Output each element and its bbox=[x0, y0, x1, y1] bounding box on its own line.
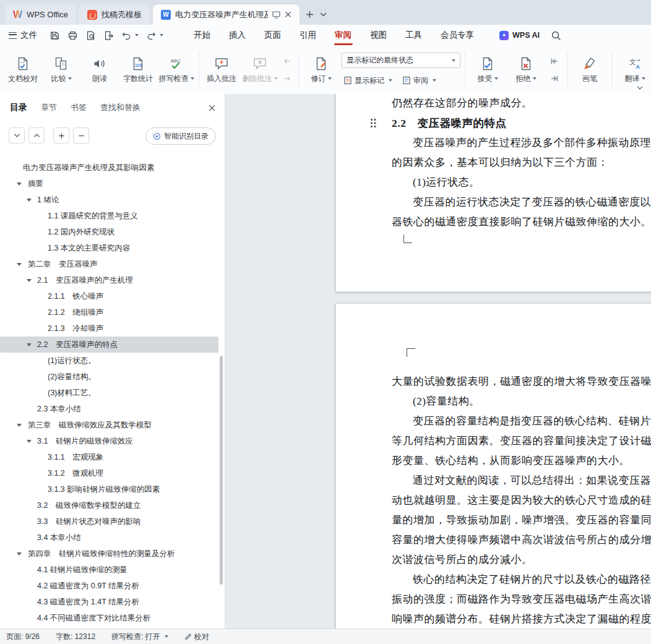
undo-icon[interactable] bbox=[121, 30, 139, 41]
toc-item[interactable]: 3.1.2 微观机理 bbox=[0, 465, 218, 481]
toc-item[interactable]: 3.1 硅钢片的磁致伸缩效应 bbox=[0, 433, 218, 449]
expand-arrow-icon[interactable] bbox=[27, 279, 32, 282]
toc-item[interactable]: 4.3 磁通密度为 1.4T 结果分析 bbox=[0, 594, 218, 610]
menu-tab[interactable]: 审阅 bbox=[326, 25, 361, 46]
redo-icon[interactable] bbox=[146, 30, 163, 41]
menu-tab[interactable]: 工具 bbox=[396, 25, 431, 46]
sidebar-tab[interactable]: 目录 bbox=[10, 102, 27, 113]
toc-item[interactable]: 2.2 变压器噪声的特点 bbox=[0, 337, 218, 353]
toc-item[interactable]: 1.3 本文的主要研究内容 bbox=[0, 240, 218, 256]
toc-item[interactable]: 3.4 本章小结 bbox=[0, 530, 218, 546]
collapse-ribbon-icon[interactable] bbox=[636, 85, 644, 91]
next-comment-icon[interactable] bbox=[280, 72, 294, 85]
menu-tab[interactable]: 插入 bbox=[220, 25, 255, 46]
markup-state-select[interactable]: 显示标记的最终状态 bbox=[342, 53, 460, 68]
toc-item[interactable]: 2.1 变压器噪声的产生机理 bbox=[0, 272, 218, 288]
save-icon[interactable] bbox=[50, 30, 60, 41]
toc-item[interactable]: 第二章 变压器噪声 bbox=[0, 256, 218, 272]
zoom-in-icon[interactable] bbox=[53, 127, 69, 144]
expand-arrow-icon[interactable] bbox=[27, 199, 32, 202]
toc-item[interactable]: 1 绪论 bbox=[0, 192, 218, 208]
sidebar-tab[interactable]: 章节 bbox=[41, 102, 57, 113]
menu-tab[interactable]: 视图 bbox=[361, 25, 396, 46]
spell-check-toggle[interactable]: 拼写检查: 打开 bbox=[111, 632, 168, 642]
expand-arrow-icon[interactable] bbox=[17, 424, 22, 427]
toc-item[interactable]: 摘要 bbox=[0, 176, 218, 192]
sidebar-tab[interactable]: 查找和替换 bbox=[100, 102, 140, 113]
expand-arrow-icon[interactable] bbox=[17, 552, 22, 556]
previous-comment-icon[interactable] bbox=[280, 55, 294, 67]
export-icon[interactable] bbox=[103, 30, 114, 41]
review-pane-button[interactable]: 审阅 bbox=[400, 74, 438, 87]
translate-button[interactable]: 文A 翻译 bbox=[616, 49, 651, 90]
toc-item[interactable]: 2.1.3 冷却噪声 bbox=[0, 320, 218, 337]
toc-item[interactable]: 第三章 磁致伸缩效应及其数学模型 bbox=[0, 417, 218, 433]
read-aloud-button[interactable]: 朗读 bbox=[80, 49, 119, 90]
menu-tab[interactable]: 引用 bbox=[290, 25, 326, 46]
print-icon[interactable] bbox=[67, 30, 78, 41]
toc-item[interactable]: 电力变压器噪声产生机理及其影响因素 bbox=[0, 160, 218, 176]
toc-item[interactable]: 第四章 硅钢片磁致伸缩特性的测量及分析 bbox=[0, 546, 218, 562]
ink-brush-button[interactable]: 画笔 bbox=[571, 49, 609, 90]
wps-ai-button[interactable]: WPS AI bbox=[499, 31, 540, 40]
compare-button[interactable]: 比较 bbox=[42, 49, 80, 90]
toc-item[interactable]: 4.2 磁通密度为 0.9T 结果分析 bbox=[0, 578, 218, 594]
word-count-indicator[interactable]: 字数: 12312 bbox=[56, 632, 95, 642]
smart-recognize-toc-button[interactable]: 智能识别目录 bbox=[145, 127, 216, 145]
menu-tab[interactable]: 会员专享 bbox=[431, 25, 483, 46]
redo-dropdown-caret[interactable] bbox=[160, 34, 163, 36]
menu-tab[interactable]: 页面 bbox=[255, 25, 290, 46]
delete-comment-button[interactable]: 删除批注 bbox=[241, 49, 279, 90]
document-area[interactable]: 仍然存在这部分的噪声成分。 2.2 变压器噪声的特点 变压器噪声的产生过程涉及多… bbox=[225, 94, 651, 629]
undo-dropdown-caret[interactable] bbox=[135, 34, 139, 36]
expand-arrow-icon[interactable] bbox=[27, 440, 32, 443]
toc-item[interactable]: 4.1 硅钢片磁致伸缩的测量 bbox=[0, 562, 218, 578]
page-indicator[interactable]: 页面: 9/26 bbox=[6, 632, 40, 642]
tab-wps-home[interactable]: W WPS Office bbox=[5, 4, 76, 25]
close-tab-icon[interactable] bbox=[285, 11, 291, 18]
toc-item[interactable]: (1)运行状态。 bbox=[0, 353, 218, 369]
proofread-button[interactable]: 校对 bbox=[184, 632, 209, 642]
expand-all-icon[interactable] bbox=[28, 127, 45, 144]
tab-docer-template[interactable]: 找稿壳模板 bbox=[79, 4, 150, 25]
toc-item[interactable]: 3.1.1 宏观现象 bbox=[0, 449, 218, 465]
track-changes-button[interactable]: 修订 bbox=[302, 49, 340, 90]
document-page-9[interactable]: 仍然存在这部分的噪声成分。 2.2 变压器噪声的特点 变压器噪声的产生过程涉及多… bbox=[335, 94, 651, 292]
toc-item[interactable]: 4.4 不同磁通密度下对比结果分析 bbox=[0, 610, 218, 626]
toc-item[interactable]: (3)材料工艺。 bbox=[0, 385, 218, 401]
reject-button[interactable]: 拒绝 bbox=[507, 49, 545, 90]
expand-arrow-icon[interactable] bbox=[17, 263, 22, 266]
sidebar-tab[interactable]: 书签 bbox=[71, 102, 87, 113]
close-sidebar-icon[interactable] bbox=[208, 104, 216, 112]
toc-item[interactable]: 1.2 国内外研究现状 bbox=[0, 224, 218, 240]
new-tab-icon[interactable] bbox=[306, 11, 314, 19]
toc-item[interactable]: 2.3 本章小结 bbox=[0, 401, 218, 417]
expand-arrow-icon[interactable] bbox=[27, 343, 32, 346]
next-change-icon[interactable] bbox=[548, 72, 561, 85]
toc-scrollbar-thumb[interactable] bbox=[220, 356, 223, 585]
drag-handle-icon[interactable] bbox=[371, 119, 377, 128]
accept-button[interactable]: 接受 bbox=[468, 49, 507, 90]
toc-item[interactable]: 3.1.3 影响硅钢片磁致伸缩的因素 bbox=[0, 481, 218, 497]
toc-item[interactable]: 3.2 磁致伸缩数学模型的建立 bbox=[0, 497, 218, 513]
expand-arrow-icon[interactable] bbox=[17, 182, 22, 186]
toc-item[interactable]: 2.1.2 绕组噪声 bbox=[0, 304, 218, 320]
screen-share-icon[interactable] bbox=[272, 11, 280, 19]
toc-item[interactable]: 3.3 硅钢片状态对噪声的影响 bbox=[0, 513, 218, 530]
zoom-out-icon[interactable] bbox=[73, 127, 89, 144]
previous-change-icon[interactable] bbox=[548, 55, 561, 67]
word-count-button[interactable]: 123 字数统计 bbox=[119, 49, 157, 90]
tab-list-chevron-icon[interactable] bbox=[320, 12, 327, 17]
doc-proof-button[interactable]: 文档校对 bbox=[4, 49, 42, 90]
tab-active-document[interactable]: W 电力变压器噪声产生机理及其 bbox=[153, 4, 300, 25]
toc-item[interactable]: 1.1 课题研究的背景与意义 bbox=[0, 208, 218, 224]
toc-item[interactable]: 2.1.1 铁心噪声 bbox=[0, 288, 218, 304]
search-icon[interactable] bbox=[551, 30, 561, 41]
collapse-all-icon[interactable] bbox=[9, 127, 25, 144]
spell-check-button[interactable]: ABC 拼写检查 bbox=[157, 49, 196, 90]
file-menu-button[interactable]: 文件 bbox=[0, 25, 43, 46]
insert-comment-button[interactable]: 插入批注 bbox=[202, 49, 241, 90]
toc-item[interactable]: (2)容量结构。 bbox=[0, 369, 218, 385]
show-markup-button[interactable]: 显示标记 bbox=[342, 74, 394, 87]
document-page-10[interactable]: 大量的试验数据表明，磁通密度的增大将导致变压器噪声 (2)容量结构。 变压器的容… bbox=[335, 303, 651, 629]
